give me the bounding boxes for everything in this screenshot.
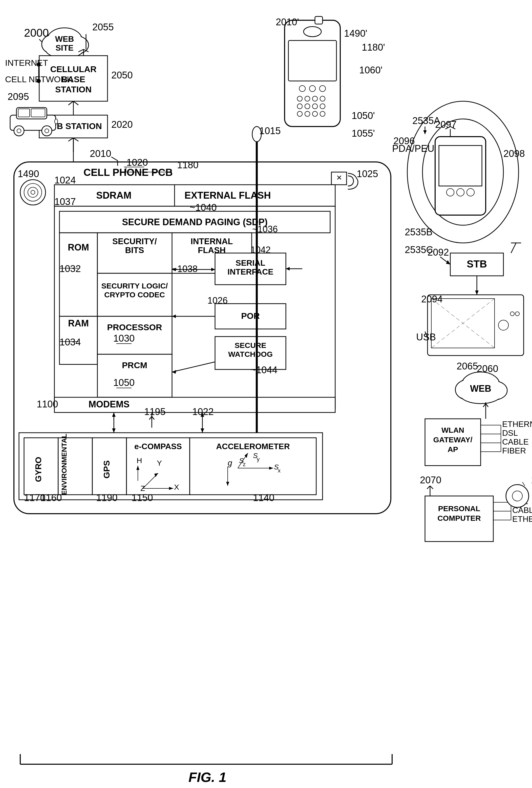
label-dsl-1: DSL: [502, 428, 518, 437]
svg-point-41: [55, 119, 58, 124]
sdp-label: SECURE DEMAND PAGING (SDP): [122, 217, 268, 227]
gps-label: GPS: [102, 460, 111, 478]
cellular-base-station-label: CELLULAR: [50, 64, 96, 74]
svg-point-104: [305, 96, 310, 101]
svg-point-119: [457, 189, 464, 196]
processor-label: PROCESSOR: [107, 322, 162, 332]
label-2535b: 2535B: [405, 227, 433, 237]
svg-point-103: [297, 96, 302, 101]
svg-point-113: [312, 111, 317, 116]
patent-diagram: FIG. 1 2000 WEB SITE 2055 CE: [0, 0, 532, 788]
svg-rect-99: [289, 40, 336, 81]
svg-point-118: [447, 189, 454, 196]
ram-label: RAM: [68, 318, 89, 329]
svg-point-105: [312, 96, 317, 101]
label-internet: INTERNET: [5, 58, 48, 67]
label-1024: 1024: [54, 175, 76, 185]
label-1195: 1195: [144, 407, 166, 417]
label-1015: 1015: [259, 125, 281, 136]
svg-rect-97: [315, 17, 322, 24]
acc-sx-sub: x: [278, 467, 280, 474]
label-1030: 1030: [113, 333, 135, 343]
label-2010-prime: 2010': [276, 17, 299, 27]
svg-text:✕: ✕: [336, 174, 342, 182]
mobile-phone-icon: [284, 17, 340, 126]
svg-point-110: [320, 104, 325, 109]
svg-point-98: [303, 26, 321, 37]
label-1100: 1100: [37, 399, 58, 410]
svg-point-40: [45, 129, 49, 133]
svg-text:INTERFACE: INTERFACE: [228, 267, 273, 276]
svg-point-165: [512, 491, 523, 501]
svg-point-112: [305, 111, 310, 116]
svg-point-107: [297, 104, 302, 109]
svg-point-100: [299, 85, 306, 92]
label-1050-prime: 1050': [352, 110, 375, 121]
svg-point-108: [305, 104, 310, 109]
label-1040: ~1040: [190, 202, 217, 213]
svg-point-109: [312, 104, 317, 109]
label-1025: 1025: [357, 169, 378, 179]
acc-g-label: g: [228, 458, 232, 467]
label-1055-prime: 1055': [352, 128, 375, 139]
svg-point-120: [467, 189, 474, 196]
acc-sy-sub: y: [257, 456, 259, 462]
env-sensor-label: ENVIRONMENTAL: [60, 434, 68, 495]
label-1026: 1026: [208, 295, 228, 306]
label-ethernet-2: ETHERNET: [512, 514, 532, 524]
secure-watchdog-label: SECURE: [235, 341, 266, 350]
svg-text:STATION: STATION: [55, 84, 92, 94]
label-fiber-1: FIBER: [502, 446, 526, 455]
svg-point-133: [510, 312, 514, 316]
security-bits-label: SECURITY/: [112, 237, 157, 246]
label-1490: 1490: [18, 169, 39, 179]
label-1032: 1032: [59, 263, 81, 274]
label-1180-prime: 1180': [362, 42, 385, 53]
label-cable-1: CABLE: [502, 437, 529, 446]
label-1180: 1180: [177, 160, 199, 170]
label-2070: 2070: [420, 475, 441, 485]
security-logic-label: SECURITY LOGIC/: [101, 282, 168, 290]
label-2092: 2092: [428, 247, 449, 258]
sdram-label: SDRAM: [96, 190, 131, 201]
label-1037: 1037: [54, 196, 76, 207]
label-2097: 2097: [435, 119, 457, 130]
svg-point-38: [17, 129, 21, 133]
label-1150: 1150: [132, 492, 153, 503]
pc-label: PERSONAL: [438, 504, 480, 513]
svg-point-114: [320, 111, 325, 116]
figure-label: FIG. 1: [189, 770, 226, 785]
wlan-label: WLAN: [441, 426, 464, 434]
label-2010: 2010: [90, 148, 111, 159]
stb-label: STB: [467, 258, 487, 270]
label-2094: 2094: [421, 294, 443, 304]
label-2065: 2065: [457, 361, 478, 372]
svg-text:SITE: SITE: [55, 43, 73, 52]
svg-text:GATEWAY/: GATEWAY/: [433, 435, 473, 444]
internal-flash-label: INTERNAL: [191, 237, 233, 246]
label-2095: 2095: [7, 91, 29, 102]
label-1038: ~1038: [172, 264, 198, 274]
prcm-label: PRCM: [122, 360, 147, 370]
label-1490-prime: 1490': [344, 28, 367, 39]
label-1050: 1050: [113, 377, 135, 388]
label-2020: 2020: [111, 119, 133, 130]
ecompass-label: e-COMPASS: [134, 442, 182, 451]
modems-label: MODEMS: [88, 399, 130, 410]
label-2060: 2060: [477, 363, 498, 374]
svg-point-50: [31, 190, 35, 194]
svg-point-132: [498, 320, 509, 330]
label-2055: 2055: [92, 22, 114, 33]
gyro-label: GYRO: [33, 457, 43, 482]
serial-interface-label: SERIAL: [236, 258, 265, 268]
acc-sz-sub: z: [243, 461, 245, 467]
svg-text:WEB: WEB: [55, 34, 74, 43]
ecompass-h-label: H: [137, 456, 142, 465]
svg-point-101: [309, 85, 315, 92]
label-ethernet-1: ETHERNET: [502, 419, 532, 429]
label-1140: 1140: [253, 492, 274, 503]
label-1190: 1190: [96, 492, 118, 503]
ecompass-x-label: X: [174, 483, 179, 491]
svg-point-111: [297, 111, 302, 116]
svg-rect-35: [18, 109, 29, 117]
